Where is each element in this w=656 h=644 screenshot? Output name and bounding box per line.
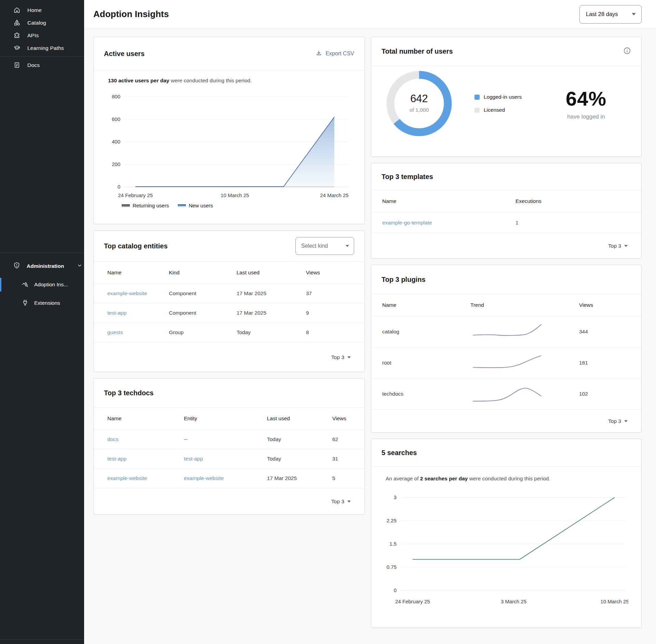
- learning-paths-icon: [13, 44, 21, 52]
- sidebar-item-apis[interactable]: APIs: [0, 29, 84, 42]
- adoption-insights-icon: [22, 280, 29, 289]
- table-row: docs --Today62: [94, 429, 364, 449]
- legend-item-logged-in: Logged-in users: [474, 94, 522, 100]
- sidebar-item-label: Adoption Ins...: [34, 282, 68, 288]
- sidebar-item-adoption-insights[interactable]: Adoption Ins...: [0, 275, 84, 294]
- searches-chart-area: An average of 2 searches per day were co…: [371, 467, 641, 609]
- table-row: example-website Component17 Mar 202537: [94, 284, 364, 303]
- logged-in-users-donut-chart: 642 of 1,000: [386, 71, 452, 136]
- svg-text:800: 800: [112, 94, 120, 99]
- active-users-chart-area: 130 active users per day were conducted …: [94, 71, 364, 208]
- select-kind-dropdown[interactable]: Select kind: [295, 237, 354, 255]
- export-csv-label: Export CSV: [325, 51, 354, 57]
- searches-card: 5 searches An average of 2 searches per …: [371, 439, 642, 628]
- table-row: root 181: [371, 347, 641, 378]
- legend-swatch: [178, 204, 186, 207]
- svg-text:24 March 25: 24 March 25: [320, 192, 348, 198]
- sidebar-item-extensions[interactable]: Extensions: [0, 294, 84, 312]
- administration-shield-icon: [13, 262, 21, 271]
- dropdown-caret-icon: [624, 245, 628, 247]
- total-users-body: 642 of 1,000 Logged-in users Licensed: [371, 66, 641, 136]
- svg-text:400: 400: [112, 139, 120, 145]
- sidebar-item-label: Home: [27, 7, 42, 13]
- top3-pagination-select[interactable]: Top 3: [608, 418, 628, 424]
- legend-item-returning-users: Returning users: [122, 203, 169, 208]
- techdoc-link[interactable]: docs: [107, 436, 184, 442]
- card-footer: Top 3: [94, 488, 364, 515]
- table-header: NameKindLast usedViews: [94, 262, 364, 284]
- searches-chart: 00.751.52.25324 February 253 March 2510 …: [385, 487, 628, 607]
- techdoc-link[interactable]: example-website: [107, 475, 184, 481]
- legend-swatch: [474, 108, 480, 113]
- card-title: Total number of users: [381, 47, 453, 55]
- svg-text:0.75: 0.75: [387, 564, 397, 570]
- table-header: NameTrendViews: [371, 294, 641, 316]
- card-footer: Top 3: [371, 409, 641, 433]
- logged-in-percent: 64% have logged in: [566, 87, 606, 120]
- active-users-card: Active users Export CSV 130 active users…: [93, 37, 365, 224]
- sidebar-admin-section: Administration Adoption Ins... Extension…: [0, 252, 84, 312]
- table-row: techdocs 102: [371, 378, 641, 409]
- plugin-trend-sparkline: [470, 383, 544, 405]
- svg-text:10 March 25: 10 March 25: [600, 599, 628, 604]
- svg-text:3: 3: [394, 494, 397, 500]
- export-csv-button[interactable]: Export CSV: [316, 50, 354, 58]
- left-column: Active users Export CSV 130 active users…: [93, 37, 365, 634]
- main-area: Adoption Insights Last 28 days Active us…: [84, 0, 656, 644]
- entity-link[interactable]: test-app: [184, 456, 267, 462]
- entity-link[interactable]: example-website: [184, 475, 267, 481]
- sidebar-item-docs[interactable]: Docs: [0, 59, 84, 71]
- info-icon[interactable]: [623, 47, 631, 56]
- sidebar-item-learning-paths[interactable]: Learning Paths: [0, 42, 84, 54]
- top3-pagination-select[interactable]: Top 3: [608, 243, 628, 249]
- date-range-value: Last 28 days: [586, 11, 618, 17]
- sidebar-item-label: Catalog: [27, 20, 46, 26]
- searches-summary: An average of 2 searches per day were co…: [385, 476, 628, 482]
- svg-text:0: 0: [394, 587, 397, 593]
- legend-swatch: [122, 204, 130, 207]
- active-users-legend: Returning users New users: [107, 201, 351, 208]
- select-kind-value: Select kind: [301, 243, 328, 249]
- top3-pagination-select[interactable]: Top 3: [331, 354, 351, 360]
- svg-text:600: 600: [112, 116, 120, 122]
- sidebar-item-home[interactable]: Home: [0, 4, 84, 16]
- entity-link[interactable]: example-website: [107, 290, 169, 297]
- table-header: NameExecutions: [371, 190, 641, 212]
- entity-link[interactable]: test-app: [107, 310, 169, 316]
- dropdown-caret-icon: [347, 501, 351, 503]
- entity-link[interactable]: guests: [107, 329, 169, 335]
- legend-swatch: [474, 95, 480, 100]
- card-title: Active users: [104, 50, 145, 58]
- table-header: NameEntityLast usedViews: [94, 408, 364, 429]
- svg-text:1.5: 1.5: [389, 541, 397, 547]
- sidebar-bottom-divider: [0, 639, 84, 640]
- svg-text:24 February 25: 24 February 25: [395, 599, 430, 604]
- svg-text:0: 0: [118, 184, 120, 190]
- top-templates-card: Top 3 templates NameExecutions example-g…: [371, 163, 642, 259]
- table-row: test-app Component17 Mar 20259: [94, 303, 364, 323]
- date-range-select[interactable]: Last 28 days: [579, 5, 642, 24]
- dashboard-content: Active users Export CSV 130 active users…: [84, 29, 656, 644]
- techdoc-link[interactable]: test-app: [107, 456, 184, 462]
- svg-text:24 February 25: 24 February 25: [118, 192, 153, 198]
- page-header: Adoption Insights Last 28 days: [84, 0, 656, 29]
- card-title: Top 3 templates: [381, 173, 433, 181]
- sidebar-item-administration[interactable]: Administration: [0, 257, 84, 275]
- sidebar-divider: [0, 56, 84, 57]
- table-row: example-website example-website 17 Mar 2…: [94, 468, 364, 488]
- top3-pagination-select[interactable]: Top 3: [331, 498, 351, 505]
- docs-icon: [13, 61, 21, 69]
- svg-text:642: 642: [410, 93, 428, 105]
- donut-legend: Logged-in users Licensed: [474, 94, 522, 113]
- card-footer: Top 3: [371, 233, 641, 259]
- total-users-card: Total number of users 642 of 1,000: [371, 37, 642, 157]
- dropdown-caret-icon: [346, 245, 349, 247]
- table-row: guests GroupToday8: [94, 323, 364, 342]
- dropdown-caret-icon: [347, 356, 351, 358]
- sidebar-item-label: Extensions: [34, 300, 60, 306]
- card-title: Top 3 techdocs: [104, 389, 153, 397]
- template-link[interactable]: example-go-template: [382, 220, 516, 226]
- svg-text:200: 200: [112, 161, 120, 167]
- legend-item-licensed: Licensed: [474, 107, 522, 113]
- sidebar-item-catalog[interactable]: Catalog: [0, 16, 84, 29]
